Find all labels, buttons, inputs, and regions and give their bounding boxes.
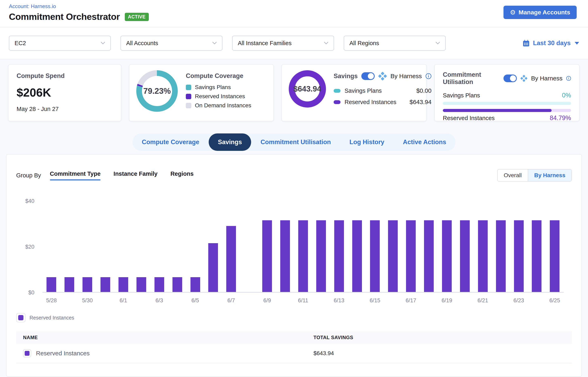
commitment-utilisation-title: Commitment Utilisation bbox=[443, 71, 500, 86]
bar-6/1[interactable] bbox=[119, 277, 128, 292]
bar-6/2[interactable] bbox=[136, 277, 146, 292]
bar-slot-5/30 bbox=[78, 201, 96, 292]
chart-x-axis: 5/285/306/16/36/56/76/96/116/136/156/176… bbox=[43, 297, 564, 304]
column-header-total-savings: TOTAL SAVINGS bbox=[313, 335, 353, 340]
group-by-row: Group By Commitment TypeInstance FamilyR… bbox=[16, 169, 572, 182]
bar-6/3[interactable] bbox=[155, 277, 164, 292]
bar-6/23[interactable] bbox=[514, 220, 524, 292]
bar-slot-6/8 bbox=[240, 201, 258, 292]
bar-6/10[interactable] bbox=[280, 220, 290, 292]
chart-y-axis: $40$20$0 bbox=[16, 201, 34, 293]
bar-6/5[interactable] bbox=[190, 277, 200, 292]
tab-log-history[interactable]: Log History bbox=[340, 133, 393, 151]
bar-slot-6/22 bbox=[492, 201, 510, 292]
table-row-reserved-instances[interactable]: Reserved Instances$643.94 bbox=[16, 344, 572, 363]
x-tick-label bbox=[204, 297, 222, 304]
info-icon[interactable] bbox=[566, 75, 571, 81]
bar-6/13[interactable] bbox=[334, 220, 344, 292]
bar-5/31[interactable] bbox=[100, 277, 110, 292]
toggle-knob bbox=[368, 73, 374, 79]
x-tick-label bbox=[528, 297, 546, 304]
bar-6/7[interactable] bbox=[226, 226, 236, 292]
bar-6/19[interactable] bbox=[442, 220, 452, 292]
savings-row-label: Savings Plans bbox=[344, 87, 412, 94]
manage-accounts-button[interactable]: ⚙ Manage Accounts bbox=[503, 6, 577, 19]
date-range-picker[interactable]: Last 30 days bbox=[522, 39, 579, 47]
legend-swatch bbox=[18, 315, 23, 320]
x-tick-label: 6/1 bbox=[114, 297, 133, 304]
utilisation-line-savings-plans: Savings Plans0% bbox=[443, 92, 571, 99]
compute-spend-card: Compute Spend $206K May 28 - Jun 27 bbox=[8, 64, 121, 121]
instance-families-select[interactable]: All Instance Families bbox=[232, 36, 334, 51]
x-tick-label: 6/19 bbox=[438, 297, 456, 304]
tab-savings[interactable]: Savings bbox=[209, 133, 251, 151]
bar-6/11[interactable] bbox=[298, 220, 308, 292]
bar-slot-6/4 bbox=[168, 201, 186, 292]
bar-5/29[interactable] bbox=[65, 277, 74, 292]
legend-swatch bbox=[186, 94, 191, 99]
tab-commitment-utilisation[interactable]: Commitment Utilisation bbox=[251, 133, 340, 151]
bar-slot-6/19 bbox=[438, 201, 456, 292]
view-toggle-by-harness[interactable]: By Harness bbox=[528, 169, 571, 181]
bar-6/20[interactable] bbox=[460, 220, 470, 292]
bar-slot-6/17 bbox=[402, 201, 420, 292]
row-checkbox[interactable] bbox=[23, 349, 31, 357]
table-cell-name: Reserved Instances bbox=[16, 349, 313, 357]
bar-6/14[interactable] bbox=[352, 220, 362, 292]
group-by-commitment-type[interactable]: Commitment Type bbox=[50, 170, 101, 180]
savings-by-harness-toggle[interactable] bbox=[361, 72, 375, 80]
coverage-legend-item-savings-plans: Savings Plans bbox=[186, 84, 251, 91]
date-range-value: Last 30 days bbox=[533, 39, 571, 47]
utilisation-by-harness-toggle[interactable] bbox=[503, 74, 517, 82]
legend-checkbox[interactable] bbox=[16, 313, 25, 322]
overall-by-harness-toggle: OverallBy Harness bbox=[497, 169, 572, 182]
group-by-instance-family[interactable]: Instance Family bbox=[113, 170, 157, 180]
bar-6/25[interactable] bbox=[550, 220, 559, 292]
view-toggle-overall[interactable]: Overall bbox=[498, 169, 528, 181]
bar-6/24[interactable] bbox=[532, 220, 542, 292]
bar-5/30[interactable] bbox=[82, 277, 92, 292]
caret-down-icon bbox=[575, 42, 579, 45]
regions-select[interactable]: All Regions bbox=[344, 36, 446, 51]
group-by-regions[interactable]: Regions bbox=[170, 170, 193, 180]
bar-6/18[interactable] bbox=[424, 220, 434, 292]
savings-total-value: $643.94 bbox=[293, 85, 321, 93]
bar-6/9[interactable] bbox=[262, 220, 272, 292]
main-tabs: Compute CoverageSavingsCommitment Utilis… bbox=[133, 133, 455, 151]
bar-slot-6/23 bbox=[510, 201, 528, 292]
bar-6/12[interactable] bbox=[316, 220, 326, 292]
bar-6/4[interactable] bbox=[172, 277, 182, 292]
bar-slot-6/20 bbox=[456, 201, 474, 292]
bar-slot-5/31 bbox=[96, 201, 114, 292]
compute-coverage-title: Compute Coverage bbox=[186, 72, 251, 80]
table-header: NAME TOTAL SAVINGS bbox=[16, 331, 572, 344]
tab-compute-coverage[interactable]: Compute Coverage bbox=[133, 133, 209, 151]
legend-swatch bbox=[186, 85, 191, 90]
utilisation-label: Savings Plans bbox=[443, 92, 480, 99]
info-icon[interactable] bbox=[425, 73, 432, 79]
bar-5/28[interactable] bbox=[46, 277, 56, 292]
x-tick-label: 6/11 bbox=[294, 297, 312, 304]
accounts-select[interactable]: All Accounts bbox=[121, 36, 222, 51]
group-by-label: Group By bbox=[16, 172, 41, 179]
x-tick-label: 6/23 bbox=[510, 297, 528, 304]
bar-6/22[interactable] bbox=[496, 220, 506, 292]
bar-6/15[interactable] bbox=[370, 220, 380, 292]
row-swatch bbox=[25, 351, 30, 356]
x-tick-label: 6/21 bbox=[474, 297, 492, 304]
service-select[interactable]: EC2 bbox=[9, 36, 111, 51]
bar-6/16[interactable] bbox=[388, 220, 398, 292]
account-breadcrumb-link[interactable]: Account: Harness.io bbox=[9, 3, 579, 10]
group-by-options: Commitment TypeInstance FamilyRegions bbox=[50, 170, 194, 180]
savings-title: Savings bbox=[334, 72, 358, 80]
tab-active-actions[interactable]: Active Actions bbox=[394, 133, 455, 151]
utilisation-percentage: 84.79% bbox=[550, 114, 571, 122]
bar-slot-6/11 bbox=[294, 201, 312, 292]
savings-row-value: $643.94 bbox=[410, 99, 432, 106]
row-name-label: Reserved Instances bbox=[36, 350, 89, 357]
bar-6/21[interactable] bbox=[478, 220, 488, 292]
bar-6/17[interactable] bbox=[406, 220, 416, 292]
bar-6/6[interactable] bbox=[208, 243, 218, 292]
y-tick-label: $40 bbox=[25, 198, 34, 204]
utilisation-percentage: 0% bbox=[562, 92, 571, 99]
